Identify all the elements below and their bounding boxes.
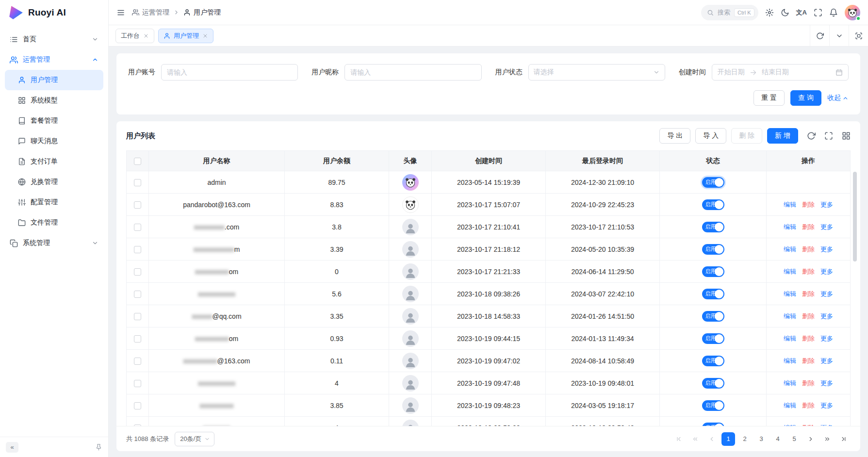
add-button[interactable]: 新 增 xyxy=(767,128,798,144)
sidebar-item-user-management[interactable]: 用户管理 xyxy=(5,70,103,90)
sidebar-collapse-button[interactable]: « xyxy=(6,442,18,453)
delete-link[interactable]: 删除 xyxy=(802,268,815,275)
sidebar-group-system[interactable]: 系统管理 xyxy=(5,233,103,253)
sidebar-item-system-models[interactable]: 系统模型 xyxy=(5,90,103,111)
edit-link[interactable]: 编辑 xyxy=(784,357,796,364)
row-checkbox[interactable] xyxy=(134,402,141,409)
sidebar-item-payment-orders[interactable]: 支付订单 xyxy=(5,151,103,172)
select-all-checkbox[interactable] xyxy=(134,158,141,165)
edit-link[interactable]: 编辑 xyxy=(784,290,796,297)
edit-link[interactable]: 编辑 xyxy=(784,223,796,230)
tab-user-management[interactable]: 用户管理 xyxy=(158,29,213,43)
status-toggle[interactable]: 启用 xyxy=(702,378,724,389)
avatar[interactable] xyxy=(845,5,860,20)
reset-button[interactable]: 重 置 xyxy=(753,90,785,106)
jump-backward-button[interactable] xyxy=(688,432,702,446)
bell-icon[interactable] xyxy=(829,8,838,17)
import-button[interactable]: 导 入 xyxy=(695,128,726,144)
tab-workbench[interactable]: 工作台 xyxy=(115,29,154,43)
edit-link[interactable]: 编辑 xyxy=(784,312,796,320)
status-toggle[interactable]: 启用 xyxy=(702,311,724,322)
more-link[interactable]: 更多 xyxy=(820,312,833,320)
breadcrumb-item-users[interactable]: 用户管理 xyxy=(183,8,221,17)
refresh-page-button[interactable] xyxy=(810,25,829,46)
sidebar-item-chat-messages[interactable]: 聊天消息 xyxy=(5,131,103,151)
delete-link[interactable]: 删除 xyxy=(802,402,815,409)
edit-link[interactable]: 编辑 xyxy=(784,245,796,253)
breadcrumb-item-operations[interactable]: 运营管理 xyxy=(132,8,169,17)
delete-button[interactable]: 删 除 xyxy=(731,128,762,144)
delete-link[interactable]: 删除 xyxy=(802,201,815,208)
next-page-button[interactable] xyxy=(804,432,818,446)
status-toggle[interactable]: 启用 xyxy=(702,266,724,277)
fullscreen-icon[interactable] xyxy=(814,8,822,17)
jump-forward-button[interactable] xyxy=(820,432,834,446)
last-page-button[interactable] xyxy=(837,432,851,446)
nickname-input[interactable] xyxy=(344,64,481,81)
page-size-select[interactable]: 20条/页 xyxy=(175,432,214,446)
delete-link[interactable]: 删除 xyxy=(802,245,815,253)
row-checkbox[interactable] xyxy=(134,335,141,343)
tab-options-button[interactable] xyxy=(829,25,849,46)
edit-link[interactable]: 编辑 xyxy=(784,268,796,275)
edit-link[interactable]: 编辑 xyxy=(784,335,796,342)
row-checkbox[interactable] xyxy=(134,224,141,231)
status-toggle[interactable]: 启用 xyxy=(702,400,724,411)
row-checkbox[interactable] xyxy=(134,201,141,209)
delete-link[interactable]: 删除 xyxy=(802,335,815,342)
page-button-1[interactable]: 1 xyxy=(721,432,735,446)
sidebar-item-redeem-management[interactable]: 兑换管理 xyxy=(5,172,103,192)
pin-icon[interactable] xyxy=(95,443,102,451)
more-link[interactable]: 更多 xyxy=(820,402,833,409)
hamburger-icon[interactable] xyxy=(116,8,125,17)
moon-icon[interactable] xyxy=(781,8,789,17)
prev-page-button[interactable] xyxy=(705,432,719,446)
more-link[interactable]: 更多 xyxy=(820,357,833,364)
translate-icon[interactable]: 文A xyxy=(796,9,807,16)
collapse-filter-link[interactable]: 收起 xyxy=(827,94,849,102)
gear-icon[interactable] xyxy=(765,8,774,17)
close-icon[interactable] xyxy=(202,33,208,39)
delete-link[interactable]: 删除 xyxy=(802,290,815,297)
page-button-2[interactable]: 2 xyxy=(738,432,752,446)
status-toggle[interactable]: 启用 xyxy=(702,222,724,232)
status-toggle[interactable]: 启用 xyxy=(702,244,724,255)
table-fullscreen-icon[interactable] xyxy=(824,131,833,140)
column-settings-icon[interactable] xyxy=(842,131,851,140)
row-checkbox[interactable] xyxy=(134,313,141,320)
export-button[interactable]: 导 出 xyxy=(659,128,690,144)
page-button-3[interactable]: 3 xyxy=(754,432,768,446)
row-checkbox[interactable] xyxy=(134,179,141,186)
more-link[interactable]: 更多 xyxy=(820,335,833,342)
status-toggle[interactable]: 启用 xyxy=(702,199,724,210)
sidebar-group-home[interactable]: 首页 xyxy=(5,29,103,49)
date-range-picker[interactable]: 开始日期 结束日期 xyxy=(712,64,849,81)
content-fullscreen-button[interactable] xyxy=(849,25,868,46)
logo[interactable]: Ruoyi AI xyxy=(0,0,108,25)
status-toggle[interactable]: 启用 xyxy=(702,333,724,344)
more-link[interactable]: 更多 xyxy=(820,290,833,297)
more-link[interactable]: 更多 xyxy=(820,379,833,387)
more-link[interactable]: 更多 xyxy=(820,245,833,253)
row-checkbox[interactable] xyxy=(134,380,141,387)
sidebar-group-operations[interactable]: 运营管理 xyxy=(5,49,103,70)
delete-link[interactable]: 删除 xyxy=(802,223,815,230)
more-link[interactable]: 更多 xyxy=(820,201,833,208)
refresh-table-icon[interactable] xyxy=(807,131,816,140)
sidebar-item-config-management[interactable]: 配置管理 xyxy=(5,192,103,212)
global-search[interactable]: 搜索 Ctrl K xyxy=(701,5,758,20)
account-input[interactable] xyxy=(161,64,298,81)
status-toggle[interactable]: 启用 xyxy=(702,177,724,188)
status-toggle[interactable]: 启用 xyxy=(702,289,724,299)
status-toggle[interactable]: 启用 xyxy=(702,356,724,366)
edit-link[interactable]: 编辑 xyxy=(784,379,796,387)
delete-link[interactable]: 删除 xyxy=(802,379,815,387)
more-link[interactable]: 更多 xyxy=(820,268,833,275)
close-icon[interactable] xyxy=(143,33,149,39)
row-checkbox[interactable] xyxy=(134,268,141,276)
delete-link[interactable]: 删除 xyxy=(802,357,815,364)
first-page-button[interactable] xyxy=(672,432,686,446)
delete-link[interactable]: 删除 xyxy=(802,312,815,320)
status-toggle[interactable]: 启用 xyxy=(702,423,724,426)
edit-link[interactable]: 编辑 xyxy=(784,201,796,208)
